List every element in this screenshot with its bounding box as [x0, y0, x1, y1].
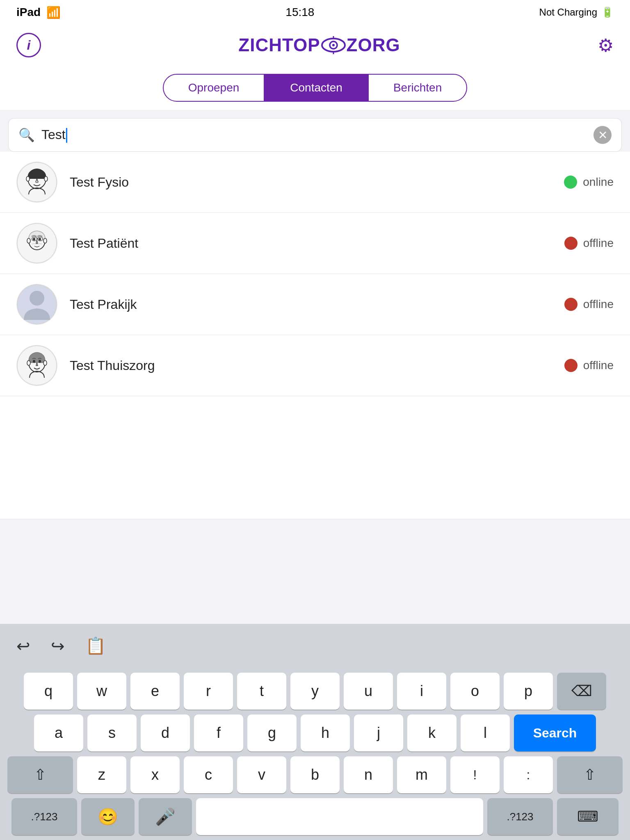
key-j[interactable]: j	[354, 714, 403, 751]
key-o[interactable]: o	[450, 673, 500, 710]
keyboard-dismiss-button[interactable]: ⌨	[557, 798, 619, 835]
charging-label: Not Charging	[539, 7, 597, 18]
svg-point-24	[33, 360, 35, 363]
status-indicator-prakijk: offline	[564, 298, 614, 311]
key-m[interactable]: m	[397, 756, 446, 793]
status-dot-fysio	[564, 176, 577, 189]
key-k[interactable]: k	[407, 714, 457, 751]
logo-text-left: ZICHTOP	[238, 35, 320, 55]
text-cursor	[66, 128, 67, 143]
contact-item-prakijk[interactable]: Test Prakijk offline	[0, 274, 630, 335]
key-u[interactable]: u	[344, 673, 393, 710]
svg-point-21	[30, 291, 44, 306]
avatar-patient	[16, 223, 57, 264]
key-w[interactable]: w	[77, 673, 126, 710]
key-c[interactable]: c	[184, 756, 233, 793]
key-q[interactable]: q	[24, 673, 73, 710]
contact-item-thuiszorg[interactable]: Test Thuiszorg offline	[0, 335, 630, 396]
avatar-fysio	[16, 162, 57, 203]
backspace-button[interactable]: ⌫	[557, 673, 606, 710]
info-button[interactable]: i	[16, 33, 41, 57]
svg-point-25	[39, 360, 41, 363]
key-r[interactable]: r	[184, 673, 233, 710]
svg-point-2	[332, 44, 335, 46]
search-input[interactable]: Test	[41, 127, 587, 143]
logo-eye-icon	[321, 36, 346, 54]
paste-button[interactable]: 📋	[81, 632, 110, 660]
key-row-4: .?123 😊 🎤 .?123 ⌨	[7, 798, 623, 835]
device-label: iPad	[16, 6, 41, 19]
key-b[interactable]: b	[290, 756, 340, 793]
status-indicator-patient: offline	[564, 237, 614, 250]
contact-item-patient[interactable]: Test Patiënt offline	[0, 213, 630, 274]
key-x[interactable]: x	[130, 756, 180, 793]
svg-point-14	[39, 238, 41, 240]
mic-button[interactable]: 🎤	[139, 798, 192, 835]
key-exclaim[interactable]: !	[450, 756, 500, 793]
svg-point-18	[27, 238, 30, 243]
key-s[interactable]: s	[87, 714, 137, 751]
key-colon[interactable]: :	[504, 756, 553, 793]
shift-left-button[interactable]: ⇧	[7, 756, 73, 793]
key-h[interactable]: h	[301, 714, 350, 751]
key-t[interactable]: t	[237, 673, 286, 710]
status-label-fysio: online	[583, 176, 614, 189]
key-f[interactable]: f	[194, 714, 243, 751]
status-label-prakijk: offline	[583, 298, 614, 311]
wifi-icon: 📶	[46, 6, 61, 19]
svg-point-26	[27, 361, 30, 365]
num-sym-right-button[interactable]: .?123	[487, 798, 553, 835]
key-g[interactable]: g	[247, 714, 297, 751]
key-v[interactable]: v	[237, 756, 286, 793]
logo-text-right: ZORG	[347, 35, 400, 55]
contact-name-prakijk: Test Prakijk	[70, 297, 564, 312]
tab-contacten[interactable]: Contacten	[265, 74, 368, 102]
status-left: iPad 📶	[16, 6, 61, 19]
search-clear-button[interactable]: ✕	[593, 126, 612, 144]
search-button[interactable]: Search	[514, 714, 596, 751]
space-key[interactable]	[196, 798, 483, 835]
contact-name-patient: Test Patiënt	[70, 236, 564, 251]
key-n[interactable]: n	[344, 756, 393, 793]
svg-point-13	[33, 238, 35, 240]
settings-button[interactable]: ⚙	[598, 35, 614, 56]
avatar-thuiszorg	[16, 345, 57, 386]
key-l[interactable]: l	[461, 714, 510, 751]
header: i ZICHTOP ZORG ⚙	[0, 25, 630, 66]
svg-point-27	[43, 361, 47, 365]
keyboard-toolbar: ↩ ↪ 📋	[0, 624, 630, 668]
key-e[interactable]: e	[130, 673, 180, 710]
shift-right-button[interactable]: ⇧	[557, 756, 623, 793]
key-z[interactable]: z	[77, 756, 126, 793]
redo-button[interactable]: ↪	[47, 632, 69, 660]
tab-oproepen[interactable]: Oproepen	[163, 74, 265, 102]
svg-point-9	[26, 176, 30, 181]
key-row-3: ⇧ z x c v b n m ! : ⇧	[7, 756, 623, 793]
key-p[interactable]: p	[504, 673, 553, 710]
contact-name-thuiszorg: Test Thuiszorg	[70, 358, 564, 373]
key-i[interactable]: i	[397, 673, 446, 710]
avatar-prakijk	[16, 284, 57, 325]
keyboard-rows: q w e r t y u i o p ⌫ a s d f g h j k l …	[0, 668, 630, 840]
tab-berichten[interactable]: Berichten	[368, 74, 467, 102]
status-label-patient: offline	[583, 237, 614, 250]
contact-name-fysio: Test Fysio	[70, 175, 564, 190]
num-sym-left-button[interactable]: .?123	[11, 798, 77, 835]
app-logo: ZICHTOP ZORG	[238, 35, 400, 55]
svg-point-5	[17, 162, 57, 202]
search-bar[interactable]: 🔍 Test ✕	[8, 118, 622, 152]
keyboard: ↩ ↪ 📋 q w e r t y u i o p ⌫ a s d f g h …	[0, 624, 630, 840]
status-time: 15:18	[285, 6, 314, 19]
key-row-1: q w e r t y u i o p ⌫	[7, 673, 623, 710]
battery-icon: 🔋	[601, 7, 614, 18]
status-dot-thuiszorg	[564, 359, 578, 372]
status-right: Not Charging 🔋	[539, 7, 614, 18]
tab-bar: Oproepen Contacten Berichten	[0, 66, 630, 110]
undo-button[interactable]: ↩	[12, 632, 34, 660]
svg-point-19	[43, 238, 47, 243]
key-d[interactable]: d	[141, 714, 190, 751]
key-y[interactable]: y	[290, 673, 340, 710]
emoji-button[interactable]: 😊	[81, 798, 135, 835]
contact-item-fysio[interactable]: Test Fysio online	[0, 152, 630, 213]
key-a[interactable]: a	[34, 714, 83, 751]
